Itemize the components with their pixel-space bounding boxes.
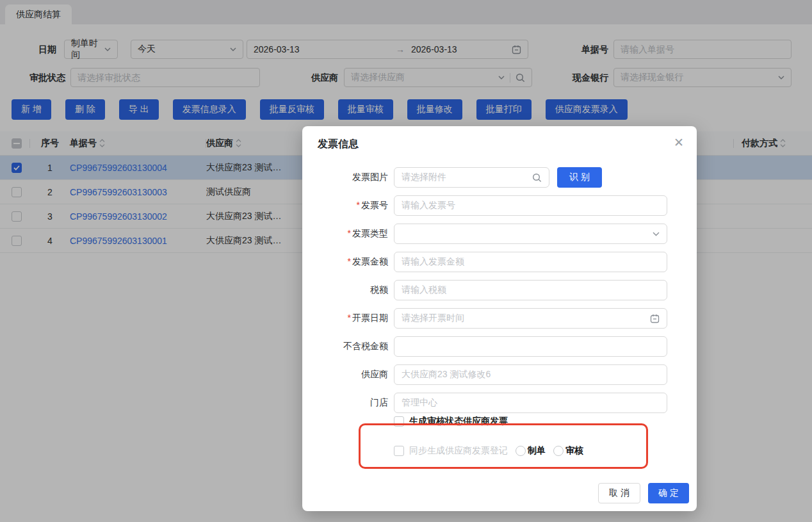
field-label: 供应商 bbox=[361, 369, 388, 379]
field-label: 门店 bbox=[370, 397, 388, 407]
required-asterisk: * bbox=[357, 200, 360, 210]
confirm-button[interactable]: 确 定 bbox=[648, 483, 689, 503]
field-input[interactable]: 请输入税额 bbox=[394, 280, 667, 300]
calendar-icon bbox=[650, 314, 660, 323]
modal-form-row: *发票金额 请输入发票金额 bbox=[302, 252, 667, 272]
field-value: 请选择开票时间 bbox=[402, 313, 650, 324]
modal-form-row: *开票日期 请选择开票时间 bbox=[302, 308, 667, 329]
field-label: 发票金额 bbox=[352, 256, 388, 266]
required-asterisk: * bbox=[348, 256, 351, 266]
field-input[interactable]: 请选择开票时间 bbox=[394, 308, 667, 329]
radio-audit-label: 审核 bbox=[565, 445, 583, 457]
field-value: 请选择附件 bbox=[402, 172, 532, 183]
close-icon[interactable]: ✕ bbox=[674, 136, 684, 149]
modal-form-row: *发票类型 bbox=[302, 224, 667, 244]
field-value: 大供应商23 测试修改6 bbox=[402, 369, 660, 380]
generate-audited-invoice-checkbox[interactable] bbox=[394, 416, 404, 427]
search-icon[interactable] bbox=[532, 173, 542, 183]
modal-form-row: *发票图片 请选择附件 识 别 bbox=[302, 167, 667, 188]
field-value: 请输入税额 bbox=[402, 284, 660, 296]
field-input[interactable] bbox=[394, 336, 667, 357]
modal-title: 发票信息 bbox=[318, 138, 359, 151]
field-value: 管理中心 bbox=[402, 397, 660, 409]
field-input[interactable] bbox=[394, 224, 667, 244]
sync-invoice-register-label: 同步生成供应商发票登记 bbox=[409, 445, 508, 457]
required-asterisk: * bbox=[348, 228, 351, 238]
modal-form-row: *税额 请输入税额 bbox=[302, 280, 667, 300]
field-input[interactable]: 请选择附件 bbox=[394, 167, 549, 188]
field-label: 发票图片 bbox=[352, 172, 388, 182]
chevron-down-icon bbox=[653, 232, 660, 236]
cancel-button[interactable]: 取 消 bbox=[598, 483, 640, 503]
required-asterisk: * bbox=[348, 313, 351, 323]
modal-footer: 取 消 确 定 bbox=[598, 483, 689, 503]
recognize-button[interactable]: 识 别 bbox=[557, 167, 602, 188]
modal-form-row: *发票号 请输入发票号 bbox=[302, 195, 667, 216]
modal-form: *发票图片 请选择附件 识 别 *发票号 请输入发票号 *发票类型 bbox=[302, 167, 667, 421]
radio-draft-circle[interactable] bbox=[516, 446, 526, 456]
radio-audit-option[interactable]: 审核 bbox=[553, 445, 583, 457]
field-label: 发票号 bbox=[361, 200, 388, 210]
field-input[interactable]: 请输入发票号 bbox=[394, 195, 667, 216]
sync-invoice-register-checkbox[interactable] bbox=[394, 446, 404, 456]
field-value: 请输入发票号 bbox=[402, 200, 660, 211]
field-label: 开票日期 bbox=[352, 313, 388, 323]
field-input[interactable]: 管理中心 bbox=[394, 393, 667, 413]
radio-draft-option[interactable]: 制单 bbox=[516, 445, 546, 457]
invoice-info-modal: 发票信息 ✕ *发票图片 请选择附件 识 别 *发票号 请输入发票号 *发票类型 bbox=[302, 126, 697, 511]
field-label: 不含税金额 bbox=[343, 341, 388, 351]
generate-audited-invoice-label: 生成审核状态供应商发票 bbox=[409, 416, 508, 427]
field-value: 请输入发票金额 bbox=[402, 256, 660, 268]
modal-form-row: *不含税金额 bbox=[302, 336, 667, 357]
sync-invoice-register-row: 同步生成供应商发票登记 制单 审核 bbox=[394, 445, 583, 457]
radio-draft-label: 制单 bbox=[528, 445, 546, 457]
modal-form-row: *门店 管理中心 bbox=[302, 393, 667, 413]
field-input[interactable]: 大供应商23 测试修改6 bbox=[394, 364, 667, 385]
field-input[interactable]: 请输入发票金额 bbox=[394, 252, 667, 272]
generate-audited-invoice-row: 生成审核状态供应商发票 bbox=[394, 416, 508, 427]
radio-audit-circle[interactable] bbox=[553, 446, 564, 456]
field-label: 税额 bbox=[370, 284, 388, 295]
modal-form-row: *供应商 大供应商23 测试修改6 bbox=[302, 364, 667, 385]
field-label: 发票类型 bbox=[352, 228, 388, 238]
